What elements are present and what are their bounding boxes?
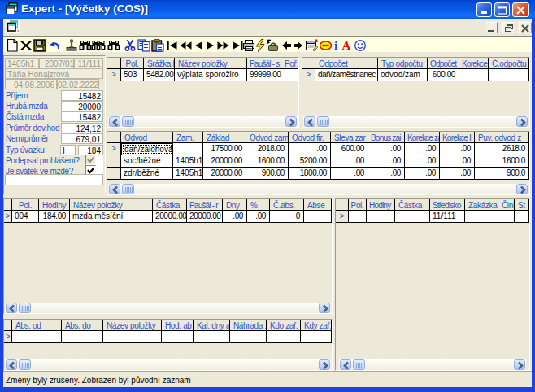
svg-text:i: i bbox=[334, 39, 337, 52]
svg-text:A: A bbox=[342, 39, 351, 52]
